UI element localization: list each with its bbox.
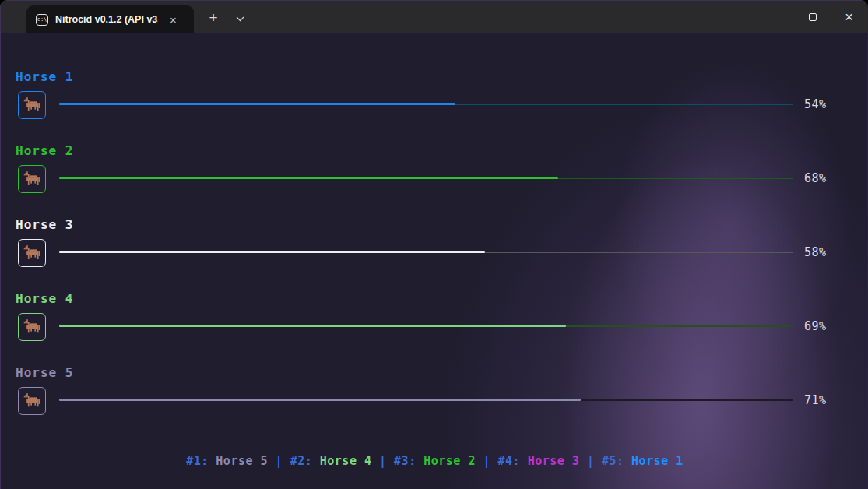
ranking-horse-name: Horse 4 — [320, 454, 372, 468]
ranking-position: #2: — [290, 454, 320, 468]
ranking-position: #1: — [186, 454, 216, 468]
progress-percent: 68% — [804, 171, 851, 185]
progress-fill — [59, 103, 455, 105]
progress-fill — [59, 251, 485, 253]
horse-icon-box — [18, 91, 46, 119]
ranking-position: #5: — [602, 454, 631, 468]
progress-percent: 54% — [804, 97, 851, 111]
progress-remainder — [566, 325, 793, 327]
window-controls: – × — [757, 1, 867, 33]
progress-fill — [59, 325, 566, 327]
ranking-position: #3: — [394, 454, 423, 468]
horse-icon-box — [18, 387, 46, 415]
horse-lane-3: Horse 3 58% — [1, 217, 868, 291]
horse-lane-5: Horse 5 71% — [1, 365, 868, 439]
new-tab-button[interactable]: + — [202, 7, 225, 30]
horse-lane-4: Horse 4 69% — [1, 291, 868, 365]
progress-track — [59, 248, 793, 255]
horse-name-label: Horse 4 — [16, 291, 73, 306]
ranking-position: #4: — [498, 454, 528, 468]
ranking-separator: | — [579, 454, 602, 468]
tab-dropdown-button[interactable] — [230, 7, 250, 30]
progress-remainder — [581, 399, 793, 401]
progress-track — [59, 396, 793, 403]
ranking-horse-name: Horse 2 — [423, 454, 476, 468]
tab-close-icon[interactable]: × — [166, 12, 181, 27]
tab-nitrocid[interactable]: c:\ Nitrocid v0.1.2 (API v3.1.27.48) × — [26, 5, 194, 33]
progress-remainder — [455, 104, 793, 105]
terminal-icon: c:\ — [36, 14, 48, 26]
progress-remainder — [558, 178, 793, 179]
chevron-down-icon — [236, 16, 244, 22]
horse-lane-1: Horse 1 54% — [1, 69, 868, 143]
horse-icon — [23, 171, 41, 188]
horse-icon-box — [18, 239, 46, 267]
progress-track — [59, 174, 793, 181]
titlebar: c:\ Nitrocid v0.1.2 (API v3.1.27.48) × +… — [1, 1, 867, 33]
horse-icon-box — [18, 313, 46, 341]
close-button[interactable]: × — [831, 1, 867, 33]
ranking-separator: | — [268, 454, 290, 468]
horse-icon-box — [18, 165, 46, 193]
ranking-separator: | — [476, 454, 498, 468]
horse-icon — [23, 97, 41, 114]
progress-fill — [59, 399, 581, 401]
ranking-horse-name: Horse 5 — [216, 454, 268, 468]
progress-track — [59, 322, 793, 329]
horse-icon — [23, 319, 41, 336]
progress-fill — [59, 177, 558, 179]
progress-percent: 71% — [804, 393, 851, 407]
ranking-horse-name: Horse 3 — [528, 454, 580, 468]
maximize-button[interactable] — [794, 1, 831, 33]
maximize-icon — [809, 13, 817, 21]
ranking-separator: | — [371, 454, 394, 468]
progress-remainder — [485, 252, 793, 253]
terminal-window: c:\ Nitrocid v0.1.2 (API v3.1.27.48) × +… — [0, 0, 868, 489]
progress-percent: 69% — [804, 319, 851, 333]
minimize-button[interactable]: – — [757, 1, 794, 33]
horse-name-label: Horse 5 — [16, 365, 73, 380]
horse-name-label: Horse 2 — [16, 143, 73, 158]
progress-percent: 58% — [804, 245, 851, 259]
horse-icon — [23, 393, 41, 410]
horse-name-label: Horse 3 — [16, 217, 73, 232]
tab-divider — [227, 11, 227, 25]
horse-lane-2: Horse 2 68% — [1, 143, 868, 217]
tab-title: Nitrocid v0.1.2 (API v3.1.27.48) — [55, 14, 158, 25]
ranking-horse-name: Horse 1 — [631, 454, 684, 468]
ranking-line: #1: Horse 5 | #2: Horse 4 | #3: Horse 2 … — [1, 454, 868, 468]
progress-track — [59, 100, 793, 107]
horse-icon — [23, 245, 41, 262]
horse-name-label: Horse 1 — [16, 69, 73, 84]
